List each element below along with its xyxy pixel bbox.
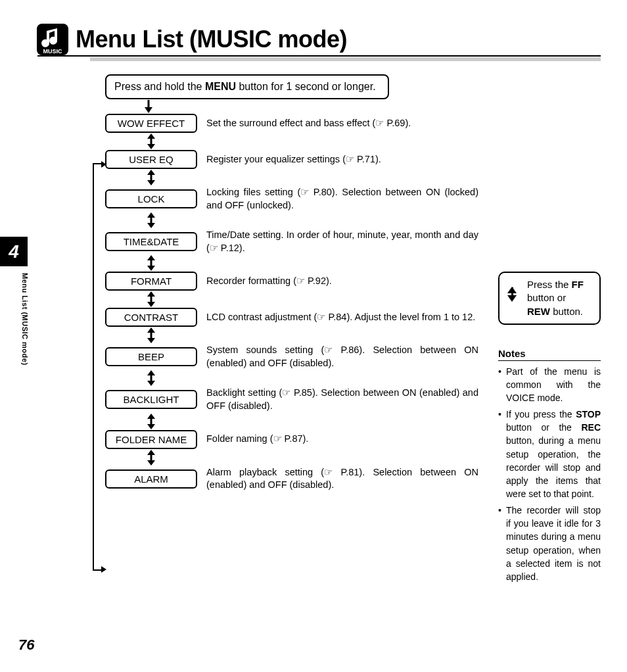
up-down-arrow-icon — [105, 291, 197, 307]
up-down-arrow-icon — [105, 450, 197, 466]
menu-item-desc: System sounds setting (☞ P.86). Selectio… — [206, 344, 478, 370]
menu-item-box: ALARM — [105, 469, 197, 489]
notes-heading: Notes — [498, 348, 601, 361]
menu-row: CONTRASTLCD contrast adjustment (☞ P.84)… — [105, 308, 478, 327]
svg-marker-24 — [147, 381, 155, 386]
svg-marker-21 — [147, 338, 155, 343]
menu-item-desc: Recorder formatting (☞ P.92). — [206, 275, 478, 288]
intro-instruction: Press and hold the MENU button for 1 sec… — [105, 74, 389, 99]
note-item: If you press the STOP button or the REC … — [498, 408, 601, 501]
menu-item-box: FORMAT — [105, 272, 197, 291]
svg-text:MUSIC: MUSIC — [43, 48, 63, 55]
notes-list: Part of the menu is common with the VOIC… — [498, 365, 601, 584]
nav-hint-box: Press the FF button or REW button. — [498, 272, 601, 325]
menu-item-box: BACKLIGHT — [105, 390, 197, 409]
up-down-arrow-icon — [105, 370, 197, 386]
menu-row: WOW EFFECTSet the surround effect and ba… — [105, 114, 478, 133]
music-icon: MUSIC — [36, 23, 69, 56]
menu-item-desc: LCD contrast adjustment (☞ P.84). Adjust… — [206, 311, 478, 324]
menu-row: FOLDER NAMEFolder naming (☞ P.87). — [105, 430, 478, 449]
menu-item-box: WOW EFFECT — [105, 114, 197, 133]
note-item: The recorder will stop if you leave it i… — [498, 504, 601, 584]
svg-marker-15 — [147, 266, 155, 271]
side-running-title: Menu List (MUSIC mode) — [21, 273, 29, 366]
menu-row: LOCKLocking files setting (☞ P.80). Sele… — [105, 186, 478, 212]
svg-marker-3 — [145, 107, 152, 113]
menu-item-box: FOLDER NAME — [105, 430, 197, 449]
menu-item-desc: Set the surround effect and bass effect … — [206, 117, 478, 130]
up-down-arrow-icon — [105, 255, 197, 271]
menu-row: ALARMAlarm playback setting (☞ P.81). Se… — [105, 466, 478, 492]
up-down-arrow-icon — [105, 327, 197, 343]
menu-row: USER EQRegister your equalizer settings … — [105, 150, 478, 169]
up-down-arrow-icon — [105, 414, 197, 429]
note-item: Part of the menu is common with the VOIC… — [498, 365, 601, 405]
svg-marker-9 — [147, 180, 155, 185]
menu-row: TIME&DATETime/Date setting. In order of … — [105, 229, 478, 254]
menu-row: FORMATRecorder formatting (☞ P.92). — [105, 272, 478, 291]
page-number: 76 — [18, 636, 34, 654]
menu-row: BACKLIGHTBacklight setting (☞ P.85). Sel… — [105, 387, 478, 412]
page-title: Menu List (MUSIC mode) — [76, 26, 347, 53]
menu-item-desc: Register your equalizer settings (☞ P.71… — [206, 153, 478, 166]
menu-item-box: CONTRAST — [105, 308, 197, 327]
menu-item-box: LOCK — [105, 189, 197, 208]
svg-marker-27 — [147, 424, 155, 429]
menu-flow-column: Press and hold the MENU button for 1 sec… — [84, 74, 478, 492]
menu-item-desc: Folder naming (☞ P.87). — [206, 433, 478, 446]
menu-row: BEEPSystem sounds setting (☞ P.86). Sele… — [105, 344, 478, 370]
menu-item-desc: Locking files setting (☞ P.80). Selectio… — [206, 186, 478, 212]
down-arrow-icon — [143, 100, 154, 113]
svg-marker-12 — [147, 223, 155, 228]
chapter-tab: 4 — [0, 237, 28, 266]
svg-marker-30 — [147, 460, 155, 466]
up-down-arrow-icon — [105, 133, 197, 149]
loop-connector — [93, 163, 104, 571]
menu-item-box: USER EQ — [105, 150, 197, 169]
title-underline — [90, 57, 601, 61]
menu-item-desc: Time/Date setting. In order of hour, min… — [206, 229, 478, 254]
menu-item-box: BEEP — [105, 347, 197, 366]
menu-item-desc: Alarm playback setting (☞ P.81). Selecti… — [206, 466, 478, 492]
up-down-arrow-icon — [105, 212, 197, 228]
svg-marker-18 — [147, 302, 155, 307]
menu-item-box: TIME&DATE — [105, 232, 197, 251]
menu-item-desc: Backlight setting (☞ P.85). Selection be… — [206, 387, 478, 412]
up-down-arrow-icon — [105, 170, 197, 185]
sidebar-column: Press the FF button or REW button. Notes… — [498, 74, 601, 587]
svg-marker-6 — [147, 144, 155, 149]
